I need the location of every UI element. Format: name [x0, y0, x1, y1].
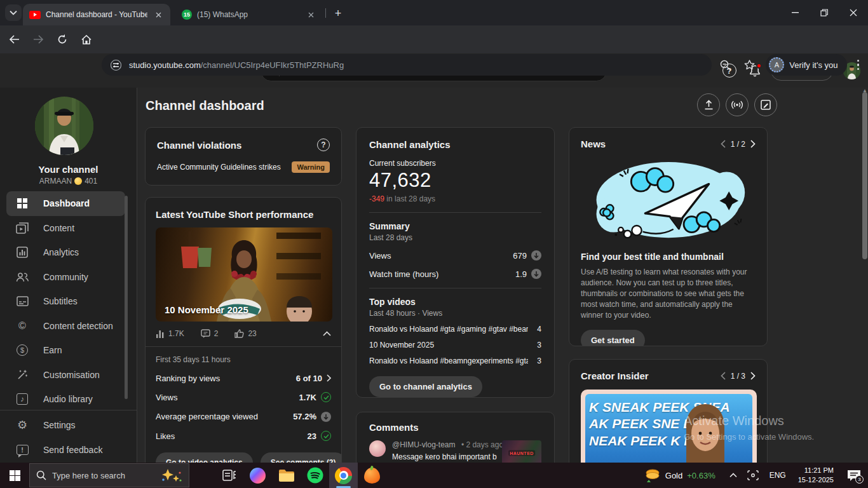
metric-row-ranking[interactable]: Ranking by views 6 of 10	[156, 374, 331, 383]
browser-toolbar: studio.youtube.com/channel/UC5Irp4eUFIkr…	[0, 25, 868, 53]
sidebar-item-earn[interactable]: $ Earn	[0, 338, 137, 363]
check-circle-icon	[321, 392, 331, 402]
restore-button[interactable]	[810, 0, 839, 25]
tab-search-button[interactable]	[5, 4, 22, 21]
sidebar-item-content-detection[interactable]: © Content detection	[0, 314, 137, 339]
sidebar-menu: Dashboard Content Analytics Community	[0, 191, 137, 412]
tab-close-icon[interactable]	[305, 9, 316, 20]
home-button[interactable]	[76, 29, 97, 50]
tray-chevron-up-icon[interactable]	[729, 473, 737, 478]
browser-menu-icon[interactable]	[853, 56, 864, 74]
analytics-title: Channel analytics	[369, 139, 541, 150]
copilot-app-icon[interactable]	[243, 463, 272, 488]
chevron-right-icon[interactable]	[750, 140, 756, 148]
warning-badge: Warning	[292, 161, 330, 173]
screen-snip-icon[interactable]	[747, 470, 759, 480]
comments-stat: 2	[201, 329, 219, 338]
system-tray: Gold +0.63% ENG 11:21 PM 15-12-2025 3	[644, 463, 868, 488]
metric-row-avg-viewed: Average percentage viewed 57.2%	[156, 412, 331, 422]
check-circle-icon	[321, 431, 331, 441]
subtitles-icon	[15, 294, 29, 308]
sidebar-item-community[interactable]: Community	[0, 265, 137, 290]
start-button[interactable]	[0, 463, 29, 488]
emoji-icon	[74, 177, 82, 185]
bookmark-star-icon[interactable]	[739, 55, 759, 75]
reload-button[interactable]	[52, 29, 72, 50]
window-controls	[780, 0, 868, 25]
spotify-icon[interactable]	[301, 463, 329, 488]
insider-pagination: 1 / 3	[721, 372, 756, 381]
chevron-left-icon[interactable]	[721, 372, 726, 380]
date: 15-12-2025	[798, 475, 834, 485]
collapse-chevron-icon[interactable]	[323, 331, 331, 336]
language-indicator[interactable]: ENG	[770, 471, 786, 480]
sidebar-item-analytics[interactable]: Analytics	[0, 240, 137, 265]
sidebar-item-settings[interactable]: ⚙ Settings	[0, 413, 137, 438]
sidebar-item-content[interactable]: Content	[0, 216, 137, 241]
url-host: studio.youtube.com	[129, 60, 201, 70]
forward-button[interactable]	[28, 29, 48, 50]
new-tab-button[interactable]: +	[330, 6, 346, 21]
minimize-button[interactable]	[780, 0, 810, 25]
tab-whatsapp[interactable]: 15 (15) WhatsApp	[175, 4, 323, 25]
task-view-button[interactable]	[215, 463, 243, 488]
verify-profile-button[interactable]: A Verify it's you	[766, 54, 846, 76]
edit-button[interactable]	[754, 93, 777, 116]
file-explorer-icon[interactable]	[272, 463, 301, 488]
page-scrollbar[interactable]	[862, 92, 867, 259]
fl-studio-icon[interactable]	[358, 463, 386, 488]
short-card-title: Latest YouTube Short performance	[156, 209, 331, 220]
down-arrow-circle-icon	[531, 269, 541, 279]
copyright-icon: ©	[15, 319, 29, 333]
zoom-icon[interactable]	[715, 55, 735, 75]
chevron-right-icon[interactable]	[750, 372, 756, 380]
upload-video-button[interactable]	[697, 93, 720, 116]
url-bar[interactable]: studio.youtube.com/channel/UC5Irp4eUFIkr…	[102, 54, 712, 76]
tab-youtube-studio[interactable]: Channel dashboard - YouTube S	[23, 4, 170, 25]
back-button[interactable]	[4, 29, 24, 50]
close-button[interactable]	[839, 0, 868, 25]
commenter-avatar[interactable]	[369, 440, 386, 457]
short-age-label: First 35 days 11 hours	[156, 355, 331, 364]
divider	[369, 212, 541, 213]
summary-period: Last 28 days	[369, 233, 541, 242]
get-started-button[interactable]: Get started	[581, 330, 645, 346]
sidebar-item-send-feedback[interactable]: ! Send feedback	[0, 438, 137, 463]
page-title: Channel dashboard	[146, 98, 264, 113]
channel-avatar-large[interactable]	[35, 97, 93, 155]
sidebar-item-audio-library[interactable]: ♪ Audio library	[0, 387, 137, 412]
news-title: News	[581, 139, 606, 149]
top-video-row[interactable]: Ronaldo vs Holaand #gta #gaming #gtav #b…	[369, 325, 541, 334]
go-live-button[interactable]	[726, 93, 749, 116]
taskbar-search-input[interactable]	[52, 471, 153, 480]
chevron-left-icon[interactable]	[721, 140, 726, 148]
music-note-icon: ♪	[15, 392, 29, 406]
go-to-channel-analytics-button[interactable]: Go to channel analytics	[369, 376, 482, 397]
tab-close-icon[interactable]	[153, 9, 164, 20]
whatsapp-favicon: 15	[182, 10, 192, 20]
short-thumbnail[interactable]: 10 November 2025	[156, 227, 332, 322]
violations-row-label: Active Community Guidelines strikes	[157, 163, 281, 172]
notification-center-button[interactable]: 3	[840, 463, 868, 488]
taskbar-search[interactable]	[29, 463, 189, 487]
sidebar-item-customisation[interactable]: Customisation	[0, 363, 137, 388]
chrome-icon[interactable]	[329, 463, 358, 488]
top-video-row[interactable]: Ronaldo vs Holaand #beamngexperiments #g…	[369, 356, 541, 365]
stock-widget[interactable]: Gold +0.63%	[644, 467, 715, 484]
dollar-icon: $	[15, 343, 29, 357]
clock[interactable]: 11:21 PM 15-12-2025	[798, 466, 834, 485]
sidebar-item-dashboard[interactable]: Dashboard	[6, 191, 125, 216]
site-settings-icon[interactable]	[111, 60, 121, 71]
toolbar-right: A Verify it's you	[711, 53, 863, 76]
sidebar-scrollbar[interactable]	[125, 196, 128, 399]
news-heading: Find your best title and thumbnail	[581, 252, 756, 262]
tab-title: Channel dashboard - YouTube S	[46, 10, 147, 19]
top-video-row[interactable]: 10 November 20253	[369, 341, 541, 349]
sidebar-item-subtitles[interactable]: Subtitles	[0, 289, 137, 314]
dashboard-icon	[15, 196, 29, 210]
help-circle-icon[interactable]: ?	[317, 139, 330, 151]
notification-count-badge: 3	[855, 475, 864, 484]
subscriber-count: 47,632	[369, 169, 541, 192]
comment-author[interactable]: @HIMU-vlog-team	[392, 440, 456, 449]
violations-title: Channel violations	[157, 140, 241, 151]
